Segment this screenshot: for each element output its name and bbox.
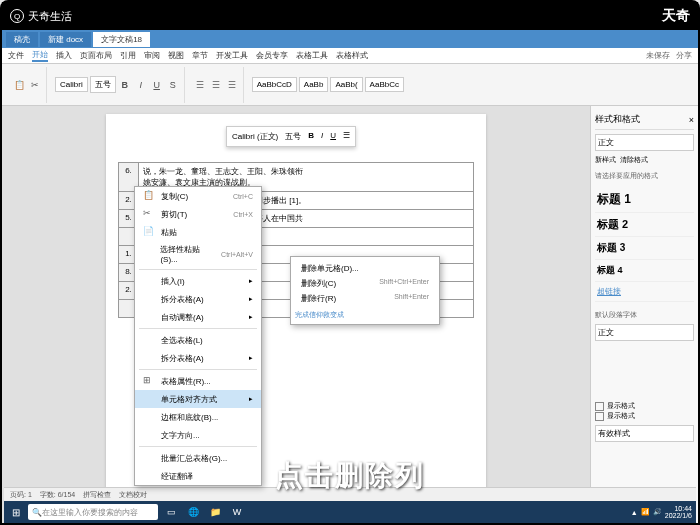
save-status[interactable]: 未保存	[646, 50, 670, 61]
ribbon-tab[interactable]: 章节	[192, 50, 208, 61]
new-style-link[interactable]: 新样式	[595, 155, 616, 165]
spell-check[interactable]: 拼写检查	[83, 490, 111, 500]
chevron-right-icon: ▸	[249, 354, 253, 362]
mini-size[interactable]: 五号	[283, 130, 303, 143]
wps-taskbar-icon[interactable]: W	[228, 503, 246, 521]
menu-paste[interactable]: 📄粘贴	[135, 223, 261, 241]
delete-submenu[interactable]: 删除单元格(D)... 删除列(C)Shift+Ctrl+Enter 删除行(R…	[290, 256, 440, 325]
ribbon-tab[interactable]: 会员专享	[256, 50, 288, 61]
strike-icon[interactable]: S	[166, 78, 180, 92]
bold-icon[interactable]: B	[306, 130, 316, 143]
menu-paste-special[interactable]: 选择性粘贴(S)...Ctrl+Alt+V	[135, 241, 261, 267]
ribbon-tabs: 文件 开始 插入 页面布局 引用 审阅 视图 章节 开发工具 会员专享 表格工具…	[2, 48, 698, 64]
menu-split-table2[interactable]: 拆分表格(A)▸	[135, 349, 261, 367]
default-font-select[interactable]: 正文	[595, 324, 694, 341]
size-select[interactable]: 五号	[90, 76, 116, 93]
submenu-delete-col[interactable]: 删除列(C)Shift+Ctrl+Enter	[295, 276, 435, 291]
ribbon-tab[interactable]: 表格样式	[336, 50, 368, 61]
doc-tab-active[interactable]: 文字文稿18	[93, 32, 150, 47]
search-input[interactable]: 🔍 在这里输入你要搜索的内容	[28, 504, 158, 520]
style-preview[interactable]: AaBbCc	[365, 77, 404, 92]
tray-icon[interactable]: ▲	[631, 509, 638, 516]
chevron-right-icon: ▸	[249, 277, 253, 285]
brand-name: 天奇生活	[28, 9, 72, 24]
align-right-icon[interactable]: ☰	[225, 78, 239, 92]
word-count[interactable]: 字数: 6/154	[40, 490, 75, 500]
menu-autofit[interactable]: 自动调整(A)▸	[135, 308, 261, 326]
mini-toolbar[interactable]: Calibri (正文) 五号 B I U ☰	[226, 126, 356, 147]
paste-icon[interactable]: 📋	[12, 78, 26, 92]
style-preview[interactable]: AaBb(	[330, 77, 362, 92]
explorer-icon[interactable]: 📁	[206, 503, 224, 521]
ribbon-tab[interactable]: 表格工具	[296, 50, 328, 61]
menu-select-table[interactable]: 全选表格(L)	[135, 331, 261, 349]
underline-icon[interactable]: U	[150, 78, 164, 92]
menu-table-props[interactable]: ⊞表格属性(R)...	[135, 372, 261, 390]
doc-tab[interactable]: 新建 docx	[40, 32, 91, 47]
mini-font[interactable]: Calibri (正文)	[230, 130, 280, 143]
menu-copy[interactable]: 📋复制(C)Ctrl+C	[135, 187, 261, 205]
style-heading1[interactable]: 标题 1	[595, 187, 694, 213]
ribbon-tab-active[interactable]: 开始	[32, 49, 48, 62]
font-select[interactable]: Calibri	[55, 77, 88, 92]
checkbox-icon[interactable]	[595, 402, 604, 411]
wifi-icon[interactable]: 📶	[641, 508, 650, 516]
menu-batch-summary[interactable]: 批量汇总表格(G)...	[135, 449, 261, 467]
clock-time[interactable]: 10:44	[665, 505, 692, 512]
ribbon-tab[interactable]: 页面布局	[80, 50, 112, 61]
panel-title: 样式和格式 ×	[595, 110, 694, 130]
doc-tab[interactable]: 稿壳	[6, 32, 38, 47]
submenu-delete-cell[interactable]: 删除单元格(D)...	[295, 261, 435, 276]
panel-footer-item[interactable]: 显示格式	[595, 411, 694, 421]
menu-cell-align[interactable]: 单元格对齐方式▸	[135, 390, 261, 408]
show-select[interactable]: 有效样式	[595, 425, 694, 442]
close-icon[interactable]: ×	[689, 115, 694, 125]
clear-format-link[interactable]: 清除格式	[620, 155, 648, 165]
style-heading3[interactable]: 标题 3	[595, 237, 694, 260]
ribbon-tab[interactable]: 插入	[56, 50, 72, 61]
align-icon[interactable]: ☰	[341, 130, 352, 143]
start-icon[interactable]: ⊞	[8, 504, 24, 520]
edge-icon[interactable]: 🌐	[184, 503, 202, 521]
align-left-icon[interactable]: ☰	[193, 78, 207, 92]
ribbon-tab[interactable]: 审阅	[144, 50, 160, 61]
cut-icon[interactable]: ✂	[28, 78, 42, 92]
style-heading4[interactable]: 标题 4	[595, 260, 694, 282]
italic-icon[interactable]: I	[319, 130, 325, 143]
menu-text-direction[interactable]: 文字方向...	[135, 426, 261, 444]
style-preview[interactable]: AaBbCcD	[252, 77, 297, 92]
style-hyperlink[interactable]: 超链接	[595, 282, 694, 302]
style-preview[interactable]: AaBb	[299, 77, 329, 92]
align-center-icon[interactable]: ☰	[209, 78, 223, 92]
bold-icon[interactable]: B	[118, 78, 132, 92]
ribbon-tab[interactable]: 引用	[120, 50, 136, 61]
ribbon-tab[interactable]: 开发工具	[216, 50, 248, 61]
task-view-icon[interactable]: ▭	[162, 503, 180, 521]
checkbox-icon[interactable]	[595, 412, 604, 421]
italic-icon[interactable]: I	[134, 78, 148, 92]
menu-separator	[139, 446, 257, 447]
submenu-delete-row[interactable]: 删除行(R)Shift+Enter	[295, 291, 435, 306]
menu-split-table[interactable]: 拆分表格(A)▸	[135, 290, 261, 308]
current-style[interactable]: 正文	[595, 134, 694, 151]
clock-date[interactable]: 2022/1/6	[665, 512, 692, 519]
style-heading2[interactable]: 标题 2	[595, 213, 694, 237]
doc-check[interactable]: 文档校对	[119, 490, 147, 500]
panel-footer-item[interactable]: 显示格式	[595, 401, 694, 411]
default-font-label: 默认段落字体	[595, 310, 694, 320]
chevron-right-icon: ▸	[249, 295, 253, 303]
menu-translate[interactable]: 经证翻译	[135, 467, 261, 485]
page-number[interactable]: 页码: 1	[10, 490, 32, 500]
menu-separator	[139, 269, 257, 270]
windows-taskbar: ⊞ 🔍 在这里输入你要搜索的内容 ▭ 🌐 📁 W ▲ 📶 🔊 10:44 202…	[4, 501, 696, 523]
menu-borders[interactable]: 边框和底纹(B)...	[135, 408, 261, 426]
ribbon-tab[interactable]: 文件	[8, 50, 24, 61]
menu-cut[interactable]: ✂剪切(T)Ctrl+X	[135, 205, 261, 223]
underline-icon[interactable]: U	[328, 130, 338, 143]
share-button[interactable]: 分享	[676, 50, 692, 61]
ribbon-tab[interactable]: 视图	[168, 50, 184, 61]
submenu-hint: 完成信仰救变成	[295, 310, 435, 320]
menu-insert[interactable]: 插入(I)▸	[135, 272, 261, 290]
volume-icon[interactable]: 🔊	[653, 508, 662, 516]
context-menu[interactable]: 📋复制(C)Ctrl+C ✂剪切(T)Ctrl+X 📄粘贴 选择性粘贴(S)..…	[134, 186, 262, 486]
